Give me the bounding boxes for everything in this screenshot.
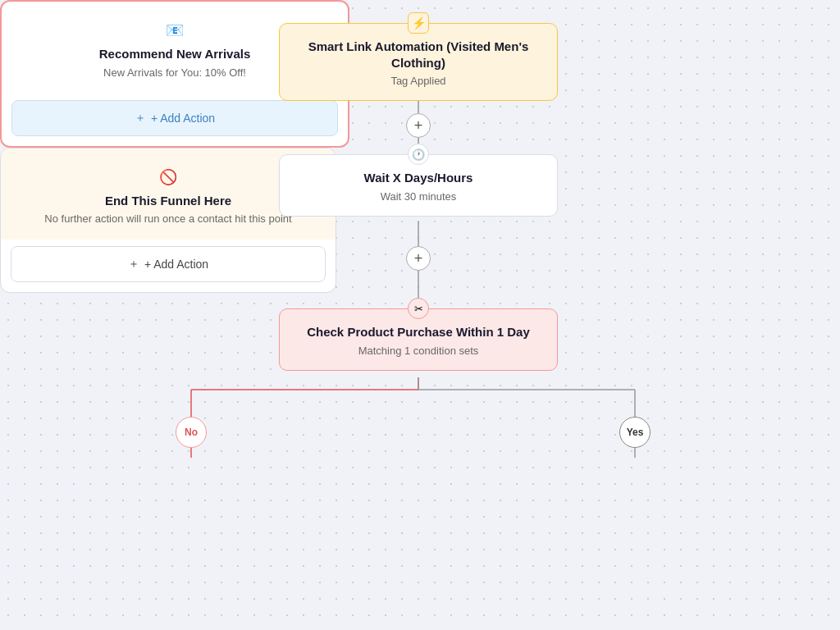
add-action-label-yes: + Add Action xyxy=(144,258,208,271)
add-action-label-no: + Add Action xyxy=(151,112,215,125)
no-branch-label: No xyxy=(176,417,207,448)
check-subtitle: Matching 1 condition sets xyxy=(299,344,537,358)
yes-branch-icon: 🚫 xyxy=(21,168,316,186)
add-step-button-2[interactable]: + xyxy=(406,246,431,271)
automation-canvas: ⚡ Smart Link Automation (Visited Men's C… xyxy=(0,0,840,630)
add-action-button-yes[interactable]: ＋ + Add Action xyxy=(11,246,326,282)
add-action-plus-icon: ＋ xyxy=(135,111,146,126)
wait-title: Wait X Days/Hours xyxy=(299,170,537,186)
wait-icon: 🕐 xyxy=(408,144,429,165)
trigger-title: Smart Link Automation (Visited Men's Clo… xyxy=(299,39,537,71)
add-action-button-no[interactable]: ＋ + Add Action xyxy=(11,100,338,136)
wait-node: 🕐 Wait X Days/Hours Wait 30 minutes xyxy=(279,154,558,217)
yes-branch-label: Yes xyxy=(619,417,651,448)
yes-branch-subtitle: No further action will run once a contac… xyxy=(21,212,316,226)
wait-subtitle: Wait 30 minutes xyxy=(299,189,537,204)
check-title: Check Product Purchase Within 1 Day xyxy=(299,324,537,340)
yes-branch-title: End This Funnel Here xyxy=(21,193,316,209)
add-step-button-1[interactable]: + xyxy=(406,113,431,138)
trigger-node: ⚡ Smart Link Automation (Visited Men's C… xyxy=(279,23,558,101)
check-icon: ✂ xyxy=(408,298,429,319)
add-action-plus-icon-yes: ＋ xyxy=(128,257,139,272)
trigger-icon: ⚡ xyxy=(408,12,429,34)
check-node: ✂ Check Product Purchase Within 1 Day Ma… xyxy=(279,308,558,371)
trigger-subtitle: Tag Applied xyxy=(299,74,537,89)
